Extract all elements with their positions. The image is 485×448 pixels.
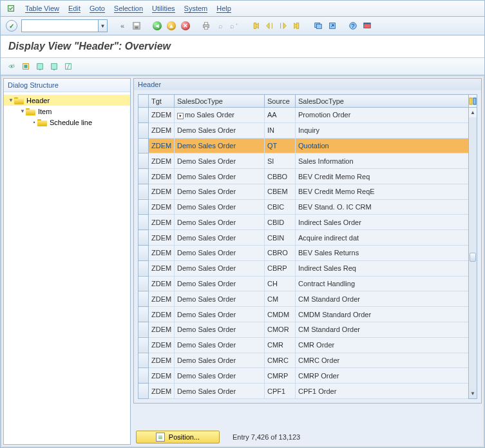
cell-salesdoctype1[interactable]: Demo Sales Order	[175, 353, 265, 368]
cell-salesdoctype1[interactable]: Demo Sales Order	[175, 184, 265, 199]
cell-source[interactable]: CBRO	[265, 246, 296, 261]
back-history-icon[interactable]: «	[117, 20, 128, 32]
menu-app-icon[interactable]	[6, 3, 16, 14]
cell-source[interactable]: CMRP	[265, 368, 296, 384]
cell-tgt[interactable]: ZDEM	[149, 199, 175, 215]
exit-button[interactable]: ▲	[166, 20, 177, 32]
table-row[interactable]: ZDEMDemo Sales OrderCBIDIndirect Sales O…	[138, 215, 469, 230]
next-page-icon[interactable]	[278, 20, 289, 32]
cell-salesdoctype2[interactable]: BEV Sales Returns	[296, 246, 469, 261]
menu-system[interactable]: System	[184, 5, 208, 12]
cell-salesdoctype2[interactable]: Quotation	[296, 138, 469, 153]
table-row[interactable]: ZDEMDemo Sales OrderCBEMBEV Credit Memo …	[138, 184, 469, 199]
cell-source[interactable]: AA	[265, 108, 296, 123]
cell-tgt[interactable]: ZDEM	[149, 138, 175, 153]
cell-salesdoctype1[interactable]: Demo Sales Order	[175, 230, 265, 246]
cell-tgt[interactable]: ZDEM	[149, 169, 175, 184]
cell-salesdoctype2[interactable]: CMRC Order	[296, 353, 469, 368]
cell-source[interactable]: CBID	[265, 215, 296, 230]
cell-salesdoctype1[interactable]: Demo Sales Order	[175, 368, 265, 384]
cell-source[interactable]: CBIN	[265, 230, 296, 246]
tree-node[interactable]: ▼Header	[4, 95, 130, 106]
cell-salesdoctype2[interactable]: Sales Information	[296, 153, 469, 169]
cell-salesdoctype2[interactable]: Promotion Order	[296, 108, 469, 123]
row-selector[interactable]	[138, 322, 149, 337]
cell-salesdoctype1[interactable]: Demo Sales Order	[175, 291, 265, 307]
cell-tgt[interactable]: ZDEM	[149, 153, 175, 169]
cell-salesdoctype1[interactable]: Demo Sales Order	[175, 337, 265, 353]
cell-tgt[interactable]: ZDEM	[149, 184, 175, 199]
cell-tgt[interactable]: ZDEM	[149, 230, 175, 246]
tree-node[interactable]: ▼Item	[4, 106, 130, 117]
row-selector[interactable]	[138, 199, 149, 215]
table-row[interactable]: ZDEM▾mo Sales OrderAAPromotion Order	[138, 108, 469, 123]
cell-salesdoctype1[interactable]: Demo Sales Order	[175, 307, 265, 322]
scroll-up-icon[interactable]: ▲	[469, 108, 477, 117]
shortcut-icon[interactable]	[327, 20, 338, 32]
deselect-all-icon[interactable]	[48, 61, 60, 72]
cell-salesdoctype1[interactable]: Demo Sales Order	[175, 322, 265, 337]
row-selector[interactable]	[138, 215, 149, 230]
table-row[interactable]: ZDEMDemo Sales OrderCBBOBEV Credit Memo …	[138, 169, 469, 184]
table-row[interactable]: ZDEMDemo Sales OrderCBICBEV Stand. O. IC…	[138, 199, 469, 215]
position-button[interactable]: Position...	[136, 431, 220, 443]
cell-source[interactable]: CM	[265, 291, 296, 307]
tree-node[interactable]: •Schedule line	[4, 117, 130, 128]
table-row[interactable]: ZDEMDemo Sales OrderCPF1CPF1 Order	[138, 384, 469, 399]
cell-source[interactable]: CMDM	[265, 307, 296, 322]
cell-source[interactable]: CMR	[265, 337, 296, 353]
scroll-down-icon[interactable]: ▼	[469, 389, 477, 398]
cell-tgt[interactable]: ZDEM	[149, 307, 175, 322]
vertical-scrollbar[interactable]: ▲ ▼	[468, 94, 477, 399]
row-selector[interactable]	[138, 184, 149, 199]
row-selector[interactable]	[138, 153, 149, 169]
table-row[interactable]: ZDEMDemo Sales OrderQTQuotation	[138, 138, 469, 153]
row-selector[interactable]	[138, 230, 149, 246]
cell-salesdoctype1[interactable]: Demo Sales Order	[175, 384, 265, 399]
row-selector[interactable]	[138, 368, 149, 384]
enter-button[interactable]: ✓	[6, 20, 17, 32]
cell-salesdoctype2[interactable]: CM Standard Order	[296, 291, 469, 307]
prev-page-icon[interactable]	[263, 20, 275, 32]
menu-edit[interactable]: Edit	[68, 5, 81, 12]
column-header[interactable]	[138, 95, 149, 108]
column-header[interactable]: SalesDocType	[175, 95, 265, 108]
column-config-icon[interactable]	[469, 95, 477, 108]
column-header[interactable]: Tgt	[149, 95, 175, 108]
cell-salesdoctype2[interactable]: CMRP Order	[296, 368, 469, 384]
menu-help[interactable]: Help	[216, 5, 231, 12]
cell-tgt[interactable]: ZDEM	[149, 368, 175, 384]
cell-salesdoctype1[interactable]: Demo Sales Order	[175, 276, 265, 291]
cell-salesdoctype1[interactable]: Demo Sales Order	[175, 246, 265, 261]
row-selector[interactable]	[138, 260, 149, 276]
cell-tgt[interactable]: ZDEM	[149, 384, 175, 399]
row-selector[interactable]	[138, 246, 149, 261]
cell-tgt[interactable]: ZDEM	[149, 337, 175, 353]
row-selector[interactable]	[138, 291, 149, 307]
cell-source[interactable]: CBBO	[265, 169, 296, 184]
command-field[interactable]	[21, 19, 99, 32]
cell-salesdoctype2[interactable]: Inquiry	[296, 122, 469, 138]
cell-tgt[interactable]: ZDEM	[149, 246, 175, 261]
first-page-icon[interactable]	[249, 20, 261, 32]
cell-source[interactable]: CBRP	[265, 260, 296, 276]
display-change-icon[interactable]	[6, 61, 17, 72]
cell-salesdoctype1[interactable]: Demo Sales Order	[175, 199, 265, 215]
table-row[interactable]: ZDEMDemo Sales OrderCMORCM Standard Orde…	[138, 322, 469, 337]
table-row[interactable]: ZDEMDemo Sales OrderCHContract Handling	[138, 276, 469, 291]
cell-salesdoctype2[interactable]: Indirect Sales Order	[296, 215, 469, 230]
cell-salesdoctype1[interactable]: Demo Sales Order	[175, 169, 265, 184]
cell-tgt[interactable]: ZDEM	[149, 108, 175, 123]
cell-tgt[interactable]: ZDEM	[149, 291, 175, 307]
cell-salesdoctype2[interactable]: CMR Order	[296, 337, 469, 353]
cell-salesdoctype1[interactable]: Demo Sales Order	[175, 138, 265, 153]
cell-tgt[interactable]: ZDEM	[149, 122, 175, 138]
row-selector[interactable]	[138, 337, 149, 353]
menu-goto[interactable]: Goto	[90, 5, 105, 12]
cell-tgt[interactable]: ZDEM	[149, 322, 175, 337]
row-selector[interactable]	[138, 169, 149, 184]
cell-source[interactable]: CPF1	[265, 384, 296, 399]
layout-icon[interactable]	[361, 20, 373, 32]
menu-selection[interactable]: Selection	[114, 5, 143, 12]
cell-salesdoctype2[interactable]: CMDM Standard Order	[296, 307, 469, 322]
